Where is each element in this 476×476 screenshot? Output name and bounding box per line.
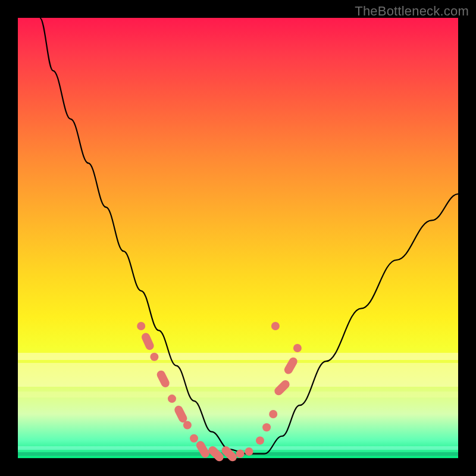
plot-area	[18, 18, 458, 458]
marker-dot	[269, 410, 277, 418]
marker-dot	[190, 434, 198, 443]
marker-dot	[293, 344, 302, 352]
marker-dot	[236, 450, 245, 458]
bottleneck-curve	[40, 18, 458, 454]
marker-dot	[168, 394, 176, 403]
marker-pill	[206, 444, 225, 463]
marker-dot	[256, 436, 264, 444]
marker-pill	[173, 404, 189, 424]
marker-dot	[137, 322, 145, 330]
marker-pill	[140, 331, 155, 351]
marker-dot	[245, 447, 253, 456]
marker-dot	[150, 353, 158, 361]
marker-group	[137, 322, 302, 463]
marker-pill	[195, 440, 211, 459]
chart-frame: TheBottleneck.com	[0, 0, 476, 476]
marker-pill	[155, 369, 171, 389]
marker-pill	[283, 356, 299, 375]
marker-pill	[273, 378, 291, 397]
marker-dot	[262, 423, 271, 431]
curve-svg	[18, 18, 458, 458]
marker-dot	[183, 421, 192, 430]
marker-dot	[271, 322, 280, 330]
marker-pill	[220, 444, 239, 463]
watermark-text: TheBottleneck.com	[355, 4, 469, 19]
